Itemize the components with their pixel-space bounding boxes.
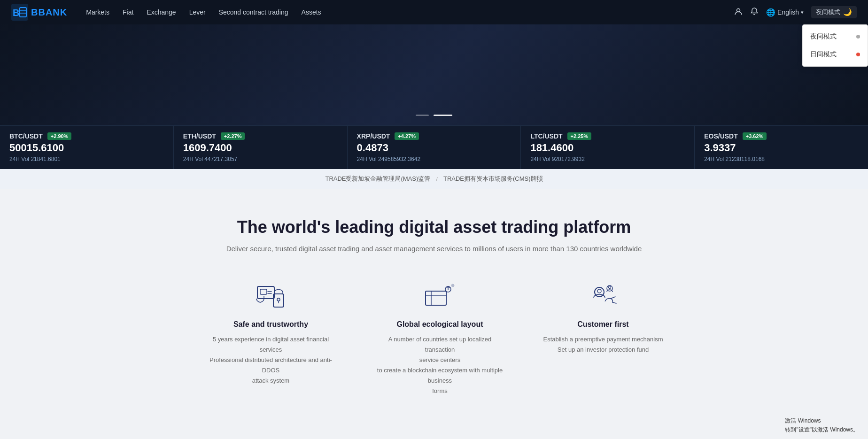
- logo-text: BBANK: [31, 7, 67, 18]
- trust-text-2: TRADE拥有资本市场服务(CMS)牌照: [443, 175, 543, 183]
- trust-bar: TRADE受新加坡金融管理局(MAS)监管 / TRADE拥有资本市场服务(CM…: [0, 169, 868, 189]
- dropdown-night-mode[interactable]: 夜间模式: [803, 28, 868, 46]
- ticker-xrp-vol: 24H Vol 249585932.3642: [357, 156, 512, 162]
- ticker-eth-price: 1609.7400: [183, 142, 338, 154]
- main-title: The world's leading digital asset tradin…: [11, 217, 857, 237]
- feature-safe-desc: 5 years experience in digital asset fina…: [205, 334, 336, 386]
- nav-links: Markets Fiat Exchange Lever Second contr…: [86, 8, 734, 16]
- ticker-ltc[interactable]: LTC/USDT +2.25% 181.4600 24H Vol 920172.…: [521, 126, 695, 169]
- ticker-ltc-vol: 24H Vol 920172.9932: [530, 156, 685, 162]
- ticker-eth-pair: ETH/USDT: [183, 132, 216, 140]
- ticker-btc-change: +2.90%: [47, 132, 72, 140]
- nav-second-contract[interactable]: Second contract trading: [219, 8, 288, 16]
- nav-fiat[interactable]: Fiat: [123, 8, 133, 16]
- language-selector[interactable]: 🌐 English ▾: [766, 8, 804, 17]
- globe-icon: 🌐: [766, 8, 775, 17]
- ticker-bar: BTC/USDT +2.90% 50015.6100 24H Vol 21841…: [0, 125, 868, 169]
- logo[interactable]: B BBANK: [11, 4, 67, 21]
- slider-dot-2[interactable]: [434, 115, 452, 116]
- night-mode-toggle[interactable]: 夜间模式 🌙: [811, 6, 857, 18]
- nav-assets[interactable]: Assets: [302, 8, 321, 16]
- slider-dot-1[interactable]: [416, 115, 429, 116]
- main-subtitle: Deliver secure, trusted digital asset tr…: [11, 245, 857, 253]
- ticker-ltc-pair: LTC/USDT: [530, 132, 562, 140]
- slider-dots: [416, 115, 452, 116]
- nav-right: 🌐 English ▾ 夜间模式 🌙: [734, 6, 857, 18]
- feature-safe: Safe and trustworthy 5 years experience …: [205, 279, 336, 397]
- ticker-btc-vol: 24H Vol 21841.6801: [9, 156, 164, 162]
- bell-icon[interactable]: [750, 7, 759, 18]
- language-arrow: ▾: [801, 9, 804, 15]
- moon-icon: 🌙: [843, 8, 852, 16]
- main-content: The world's leading digital asset tradin…: [0, 189, 868, 416]
- logo-icon: B: [11, 4, 28, 21]
- feature-safe-title: Safe and trustworthy: [233, 320, 308, 329]
- svg-point-20: [609, 286, 611, 289]
- theme-dropdown: 夜间模式 日间模式: [802, 24, 868, 67]
- user-icon[interactable]: [734, 7, 743, 18]
- svg-point-16: [451, 284, 454, 287]
- svg-text:B: B: [13, 8, 19, 18]
- ticker-ltc-price: 181.4600: [530, 142, 685, 154]
- trust-separator: /: [436, 176, 438, 183]
- svg-rect-11: [426, 291, 446, 305]
- ticker-xrp[interactable]: XRP/USDT +4.27% 0.4873 24H Vol 249585932…: [348, 126, 521, 169]
- ticker-btc-pair: BTC/USDT: [9, 132, 43, 140]
- svg-rect-8: [273, 294, 284, 307]
- day-mode-option: 日间模式: [810, 50, 837, 59]
- ticker-eos[interactable]: EOS/USDT +3.62% 3.9337 24H Vol 21238118.…: [695, 126, 868, 169]
- ticker-ltc-change: +2.25%: [567, 132, 592, 140]
- svg-point-9: [277, 298, 280, 301]
- night-mode-option: 夜间模式: [810, 32, 837, 41]
- svg-point-18: [597, 289, 601, 293]
- feature-global: Global ecological layout A number of cou…: [374, 279, 505, 397]
- day-mode-dot: [856, 53, 860, 56]
- language-label: English: [777, 8, 799, 16]
- nav-markets[interactable]: Markets: [86, 8, 109, 16]
- ticker-eth-vol: 24H Vol 447217.3057: [183, 156, 338, 162]
- nav-lever[interactable]: Lever: [189, 8, 206, 16]
- ticker-eos-vol: 24H Vol 21238118.0168: [704, 156, 859, 162]
- feature-global-title: Global ecological layout: [396, 320, 483, 329]
- ticker-xrp-pair: XRP/USDT: [357, 132, 390, 140]
- feature-customer: Customer first Establish a preemptive pa…: [543, 279, 663, 397]
- night-mode-dot: [856, 35, 860, 39]
- safe-icon: [252, 279, 289, 312]
- ticker-eth-change: +2.27%: [221, 132, 245, 140]
- customer-icon: [584, 279, 622, 312]
- ticker-eos-pair: EOS/USDT: [704, 132, 738, 140]
- ticker-btc-price: 50015.6100: [9, 142, 164, 154]
- feature-global-desc: A number of countries set up localized t…: [374, 334, 505, 397]
- ticker-btc[interactable]: BTC/USDT +2.90% 50015.6100 24H Vol 21841…: [0, 126, 174, 169]
- feature-customer-title: Customer first: [577, 320, 628, 329]
- trust-text-1: TRADE受新加坡金融管理局(MAS)监管: [325, 175, 430, 183]
- feature-customer-desc: Establish a preemptive payment mechanism…: [543, 334, 663, 355]
- night-mode-label: 夜间模式: [816, 8, 840, 16]
- global-icon: [421, 279, 458, 312]
- nav-exchange[interactable]: Exchange: [147, 8, 176, 16]
- ticker-eos-change: +3.62%: [743, 132, 767, 140]
- ticker-eth[interactable]: ETH/USDT +2.27% 1609.7400 24H Vol 447217…: [174, 126, 348, 169]
- dropdown-day-mode[interactable]: 日间模式: [803, 46, 868, 63]
- svg-rect-7: [260, 289, 267, 294]
- ticker-xrp-change: +4.27%: [395, 132, 419, 140]
- ticker-xrp-price: 0.4873: [357, 142, 512, 154]
- hero-banner: [0, 24, 868, 125]
- features-row: Safe and trustworthy 5 years experience …: [11, 279, 857, 397]
- ticker-eos-price: 3.9337: [704, 142, 859, 154]
- navbar: B BBANK Markets Fiat Exchange Lever Seco…: [0, 0, 868, 24]
